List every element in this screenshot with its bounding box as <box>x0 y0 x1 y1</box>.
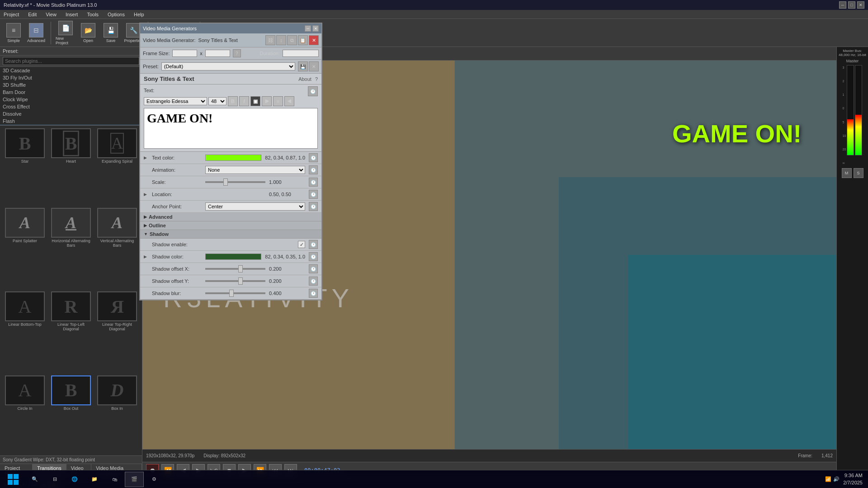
vmg-help-icon[interactable]: ? <box>233 49 241 57</box>
vmg-delete-button[interactable]: ✕ <box>309 35 319 45</box>
prop-clock-shadow-color[interactable]: 🕐 <box>309 252 318 261</box>
vmg-chain-button[interactable]: ⛓ <box>265 35 275 45</box>
vmg-duration-input[interactable]: 00:00:10;00 <box>283 50 319 57</box>
prop-clock-animation[interactable]: 🕐 <box>309 165 318 174</box>
vmg-preset-save-button[interactable]: 💾 <box>298 61 308 71</box>
taskbar-start-button[interactable] <box>2 472 24 487</box>
prop-select-animation[interactable]: None <box>205 166 305 174</box>
prop-clock-scale[interactable]: 🕐 <box>309 178 318 187</box>
vmg-align-right-button[interactable]: ⫷ <box>284 96 294 106</box>
prop-color-shadow-color[interactable] <box>205 253 261 260</box>
thumb-expanding-spiral[interactable]: A Expanding Spiral <box>95 128 139 206</box>
vmg-font-size-select[interactable]: 48 <box>208 97 226 105</box>
maximize-button[interactable]: □ <box>848 1 855 9</box>
thumb-heart[interactable]: B Heart <box>49 128 93 206</box>
plugin-cross-effect[interactable]: Cross Effect <box>0 103 142 110</box>
plugin-barn-door[interactable]: Barn Door <box>0 89 142 96</box>
prop-clock-shadow-enable[interactable]: 🕐 <box>309 240 318 249</box>
vu-mute-button[interactable]: M <box>842 168 852 178</box>
taskbar-file-explorer[interactable]: 📁 <box>85 472 104 487</box>
prop-clock-shadow-blur[interactable]: 🕐 <box>309 289 318 298</box>
prop-expand-text-color[interactable]: ▶ <box>144 155 148 160</box>
advanced-button[interactable]: ⊟ Advanced <box>26 23 46 43</box>
plugin-dissolve[interactable]: Dissolve <box>0 110 142 117</box>
prop-slider-shadow-y[interactable] <box>205 280 265 282</box>
vmg-italic-button[interactable]: I <box>239 96 249 106</box>
thumb-horiz-bars[interactable]: A Horizontal Alternating Bars <box>49 208 93 290</box>
menu-view[interactable]: View <box>44 12 58 17</box>
vmg-preset-select[interactable]: (Default) <box>161 62 295 70</box>
vmg-close-button[interactable]: ✕ <box>312 25 319 32</box>
prop-clock-shadow-offset-y[interactable]: 🕐 <box>309 277 318 286</box>
vu-solo-button[interactable]: S <box>854 168 863 178</box>
thumb-linear-top-right[interactable]: R Linear Top-Right Diagonal <box>95 291 139 374</box>
taskbar-store[interactable]: 🛍 <box>105 472 124 487</box>
prop-expand-shadow-color[interactable]: ▶ <box>144 254 148 259</box>
vmg-align-left-button[interactable]: ⫸ <box>262 96 272 106</box>
menu-options[interactable]: Options <box>106 12 127 17</box>
vmg-font-select[interactable]: Estrangelo Edessa <box>144 97 207 105</box>
section-header-advanced[interactable]: ▶ Advanced <box>140 213 321 221</box>
thumb-linear-top-left[interactable]: R Linear Top-Left Diagonal <box>49 291 93 374</box>
vmg-bold-button[interactable]: B <box>228 96 238 106</box>
taskbar-edge[interactable]: 🌐 <box>65 472 84 487</box>
thumb-box-out[interactable]: B Box Out <box>49 375 93 453</box>
vmg-about-button[interactable]: About <box>298 76 311 82</box>
prop-clock-text-color[interactable]: 🕐 <box>309 153 318 162</box>
prop-slider-scale-thumb[interactable] <box>223 178 228 186</box>
vmg-preset-delete-button[interactable]: ✕ <box>309 61 319 71</box>
prop-slider-shadow-blur[interactable] <box>205 292 265 294</box>
save-button[interactable]: 💾 Save <box>101 23 121 43</box>
prop-slider-shadow-x-thumb[interactable] <box>238 265 243 272</box>
taskbar-movie-studio[interactable]: 🎬 <box>125 472 144 487</box>
system-clock[interactable]: 9:36 AM 2/7/2025 <box>843 472 863 486</box>
vmg-frame-width-input[interactable]: 1920 <box>172 50 197 57</box>
prop-checkbox-shadow-enable[interactable]: ✓ <box>298 241 305 248</box>
vmg-color-button[interactable]: ▣ <box>250 96 260 106</box>
vmg-text-input[interactable]: GAME ON! <box>144 108 318 149</box>
prop-slider-shadow-x[interactable] <box>205 268 265 270</box>
menu-tools[interactable]: Tools <box>85 12 100 17</box>
taskbar-task-view[interactable]: ⊟ <box>45 472 64 487</box>
thumb-linear-bottom-top[interactable]: A Linear Bottom-Top <box>3 291 47 374</box>
plugin-3d-cascade[interactable]: 3D Cascade <box>0 67 142 74</box>
vmg-frame-height-input[interactable]: 1080 <box>205 50 230 57</box>
prop-slider-scale[interactable] <box>205 181 265 183</box>
menu-insert[interactable]: Insert <box>64 12 80 17</box>
simple-button[interactable]: ≡ Simple <box>4 23 24 43</box>
vmg-help-button[interactable]: ? <box>315 76 318 82</box>
search-input[interactable] <box>3 57 139 65</box>
vmg-text-clock-button[interactable]: 🕐 <box>308 86 318 96</box>
plugin-3d-shuffle[interactable]: 3D Shuffle <box>0 81 142 89</box>
vmg-paste-button[interactable]: 📋 <box>298 35 308 45</box>
vmg-copy-button[interactable]: ⧉ <box>287 35 297 45</box>
prop-clock-anchor[interactable]: 🕐 <box>309 202 318 211</box>
menu-edit[interactable]: Edit <box>26 12 38 17</box>
vmg-move-button[interactable]: ↕ <box>276 35 286 45</box>
prop-select-anchor[interactable]: Center <box>205 202 305 211</box>
thumb-star[interactable]: B Star <box>3 128 47 206</box>
vmg-align-center-button[interactable]: ≡ <box>273 96 283 106</box>
section-header-shadow[interactable]: ▼ Shadow <box>140 230 321 239</box>
close-button[interactable]: ✕ <box>857 1 864 9</box>
prop-clock-shadow-offset-x[interactable]: 🕐 <box>309 264 318 273</box>
plugin-flash[interactable]: Flash <box>0 117 142 125</box>
plugin-clock-wipe[interactable]: Clock Wipe <box>0 96 142 103</box>
taskbar-search[interactable]: 🔍 <box>25 472 44 487</box>
menu-project[interactable]: Project <box>2 12 21 17</box>
prop-color-text-color[interactable] <box>205 155 261 161</box>
prop-expand-location[interactable]: ▶ <box>144 192 148 197</box>
vmg-minimize-button[interactable]: ─ <box>305 25 311 32</box>
plugin-3d-fly[interactable]: 3D Fly In/Out <box>0 74 142 81</box>
tray-volume-icon[interactable]: 🔊 <box>833 476 840 482</box>
thumb-circle-in[interactable]: A Circle In <box>3 375 47 453</box>
menu-help[interactable]: Help <box>132 12 146 17</box>
taskbar-settings[interactable]: ⚙ <box>145 472 164 487</box>
thumb-vert-bars[interactable]: A Vertical Alternating Bars <box>95 208 139 290</box>
prop-clock-location[interactable]: 🕐 <box>309 190 318 199</box>
minimize-button[interactable]: ─ <box>839 1 846 9</box>
section-header-outline[interactable]: ▶ Outline <box>140 221 321 230</box>
open-button[interactable]: 📂 Open <box>78 23 98 43</box>
prop-slider-shadow-y-thumb[interactable] <box>238 277 243 285</box>
thumb-box-in[interactable]: D Box In <box>95 375 139 453</box>
